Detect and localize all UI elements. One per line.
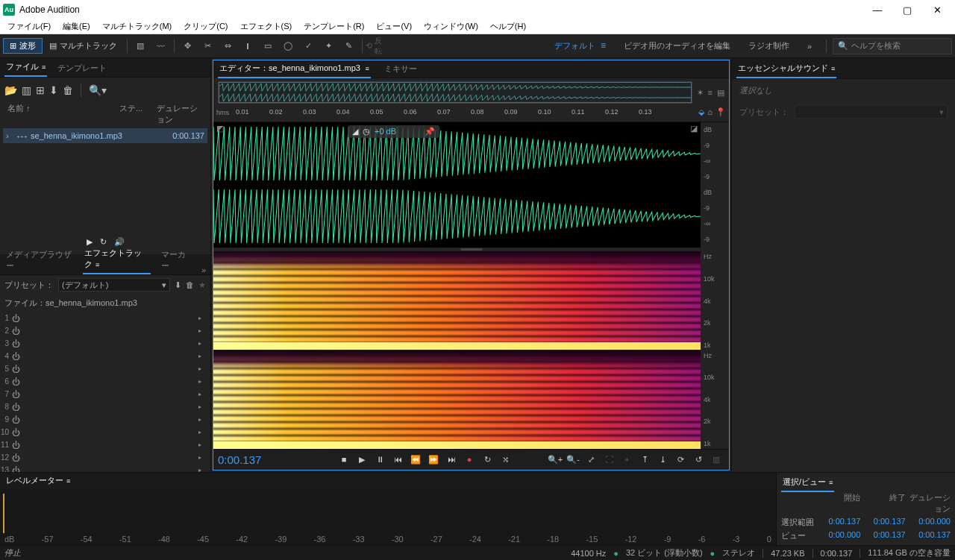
new-file-icon[interactable]: ▥ — [22, 84, 31, 96]
effects-slot[interactable]: 2⏻▸ — [0, 324, 210, 337]
go-to-start-button[interactable]: ⏮ — [389, 452, 406, 467]
tab-templates[interactable]: テンプレート — [56, 60, 108, 77]
stop-button[interactable]: ■ — [336, 452, 352, 467]
lasso-tool[interactable]: ◯ — [278, 37, 298, 55]
fast-forward-button[interactable]: ⏩ — [425, 452, 442, 467]
menu-clip[interactable]: クリップ(C) — [178, 20, 234, 33]
delete-icon[interactable]: 🗑 — [63, 84, 73, 96]
power-icon[interactable]: ⏻ — [12, 441, 24, 450]
marquee-tool[interactable]: ▭ — [258, 37, 278, 55]
workspace-default[interactable]: デフォルト ≡ — [547, 37, 613, 54]
menu-help[interactable]: ヘルプ(H) — [484, 20, 532, 33]
tab-selection-view[interactable]: 選択/ビュー≡ — [781, 474, 834, 492]
chevron-right-icon[interactable]: ▸ — [198, 353, 210, 359]
power-icon[interactable]: ⏻ — [12, 428, 24, 437]
power-icon[interactable]: ⏻ — [12, 365, 24, 374]
open-file-icon[interactable]: 📂 — [4, 84, 17, 96]
chevron-right-icon[interactable]: ▸ — [198, 467, 210, 472]
razor-tool[interactable]: ✂ — [198, 37, 217, 55]
tab-level-meter[interactable]: レベルメーター≡ — [4, 472, 72, 491]
power-icon[interactable]: ⏻ — [12, 403, 24, 412]
power-icon[interactable]: ⏻ — [12, 415, 24, 424]
spectrogram-left-channel[interactable] — [213, 251, 701, 349]
channels-view-icon[interactable]: ≡ — [708, 88, 713, 97]
chevron-right-icon[interactable]: ▸ — [198, 416, 210, 423]
hud-pin-icon[interactable]: 📌 — [425, 127, 435, 136]
col-duration[interactable]: デュレーション — [157, 103, 203, 125]
power-icon[interactable]: ⏻ — [12, 453, 24, 462]
panel-overflow-button[interactable]: » — [201, 265, 206, 274]
waveform-display[interactable]: ◢ ◷ +0 dB 📌 ◩ ◪ dB -9 -∞ — [213, 122, 729, 248]
zoom-full-button[interactable]: ⤢ — [583, 452, 599, 467]
tab-files[interactable]: ファイル≡ — [4, 58, 47, 77]
save-preset-icon[interactable]: ⬇ — [175, 280, 181, 290]
new-audio-icon[interactable]: ⊞ — [36, 84, 45, 96]
workspace-radio[interactable]: ラジオ制作 — [741, 37, 797, 54]
file-list-row[interactable]: › ₊₊₊ se_henna_ikimono1.mp3 0:00.137 — [3, 128, 207, 143]
menu-file[interactable]: ファイル(F) — [1, 20, 57, 33]
paint-tool[interactable]: ✎ — [339, 37, 358, 55]
chevron-right-icon[interactable]: ▸ — [198, 365, 210, 372]
anchor-icon[interactable]: ⌂ — [707, 107, 713, 117]
effects-slot[interactable]: 7⏻▸ — [0, 388, 210, 400]
menu-effects[interactable]: エフェクト(S) — [234, 20, 298, 33]
spectrogram-display[interactable]: Hz 10k 4k 2k 1k Hz 10k 4k 2k 1k — [213, 251, 729, 448]
search-files-icon[interactable]: 🔍▾ — [89, 84, 107, 96]
import-icon[interactable]: ⬇ — [49, 84, 58, 96]
selection-duration[interactable]: 0:00.000 — [906, 517, 951, 528]
tab-media-browser[interactable]: メディアブラウザー — [4, 246, 74, 274]
level-meter-display[interactable]: dB-57-54-51-48-45-42-39-36-33-30-27-24-2… — [0, 489, 776, 545]
selection-end[interactable]: 0:00.137 — [860, 517, 905, 528]
power-icon[interactable]: ⏻ — [12, 390, 24, 399]
spot-heal-tool[interactable]: ✦ — [319, 37, 338, 55]
chevron-right-icon[interactable]: ▸ — [198, 327, 210, 334]
power-icon[interactable]: ⏻ — [12, 327, 24, 336]
timecode-display[interactable]: 0:00.137 — [218, 453, 315, 466]
fade-out-handle[interactable]: ◪ — [690, 124, 698, 133]
skip-selection-button[interactable]: ⤭ — [497, 452, 513, 467]
expand-icon[interactable]: › — [6, 131, 13, 140]
stacked-view-icon[interactable]: ▤ — [717, 88, 724, 98]
effects-slot[interactable]: 8⏻▸ — [0, 400, 210, 413]
tab-effects-rack[interactable]: エフェクトラック≡ — [83, 245, 151, 274]
view-duration[interactable]: 0:00.137 — [906, 530, 951, 541]
workspace-more[interactable]: » — [800, 37, 819, 55]
hud-fade-icon[interactable]: ◢ — [352, 127, 358, 136]
power-icon[interactable]: ⏻ — [12, 352, 24, 361]
pause-button[interactable]: ⏸ — [372, 452, 388, 467]
hud-gain-knob-icon[interactable]: ◷ — [363, 127, 370, 136]
chevron-right-icon[interactable]: ▸ — [198, 403, 210, 410]
col-status[interactable]: ステ... — [119, 103, 157, 125]
slip-tool[interactable]: ⇔ — [218, 37, 237, 55]
close-button[interactable]: ✕ — [922, 0, 952, 19]
record-button[interactable]: ● — [461, 452, 478, 467]
play-button[interactable]: ▶ — [354, 452, 370, 467]
overview-waveform[interactable] — [218, 81, 692, 104]
tab-editor[interactable]: エディター：se_henna_ikimono1.mp3 ≡ — [218, 60, 371, 78]
effects-preset-dropdown[interactable]: (デフォルト)▾ — [58, 278, 170, 292]
zoom-reset-amp-button[interactable]: ⟳ — [672, 452, 689, 467]
go-to-end-button[interactable]: ⏭ — [443, 452, 460, 467]
zoom-nav-icon[interactable]: ✶ — [697, 88, 704, 98]
workspace-video-audio[interactable]: ビデオ用のオーディオを編集 — [616, 37, 738, 54]
chevron-right-icon[interactable]: ▸ — [198, 391, 210, 397]
move-tool[interactable]: ✥ — [178, 37, 197, 55]
effects-slot[interactable]: 5⏻▸ — [0, 362, 210, 375]
power-icon[interactable]: ⏻ — [12, 339, 24, 348]
zoom-in-amp-button[interactable]: ⤒ — [636, 452, 653, 467]
menu-view[interactable]: ビュー(V) — [370, 20, 418, 33]
chevron-right-icon[interactable]: ▸ — [198, 429, 210, 435]
power-icon[interactable]: ⏻ — [12, 377, 24, 386]
rewind-button[interactable]: ⏪ — [407, 452, 424, 467]
view-start[interactable]: 0:00.000 — [815, 530, 860, 541]
zoom-full-amp-button[interactable]: ▥ — [708, 452, 724, 467]
minimize-button[interactable]: ― — [862, 0, 892, 19]
chevron-right-icon[interactable]: ▸ — [198, 454, 210, 461]
effects-slot[interactable]: 3⏻▸ — [0, 337, 210, 350]
chevron-right-icon[interactable]: ▸ — [198, 378, 210, 385]
effects-slot[interactable]: 11⏻▸ — [0, 438, 210, 451]
pitch-display-toggle[interactable]: 〰 — [151, 37, 170, 55]
zoom-toggle-button[interactable]: ↺ — [690, 452, 707, 467]
fade-in-handle[interactable]: ◩ — [216, 124, 224, 133]
view-end[interactable]: 0:00.137 — [860, 530, 905, 541]
